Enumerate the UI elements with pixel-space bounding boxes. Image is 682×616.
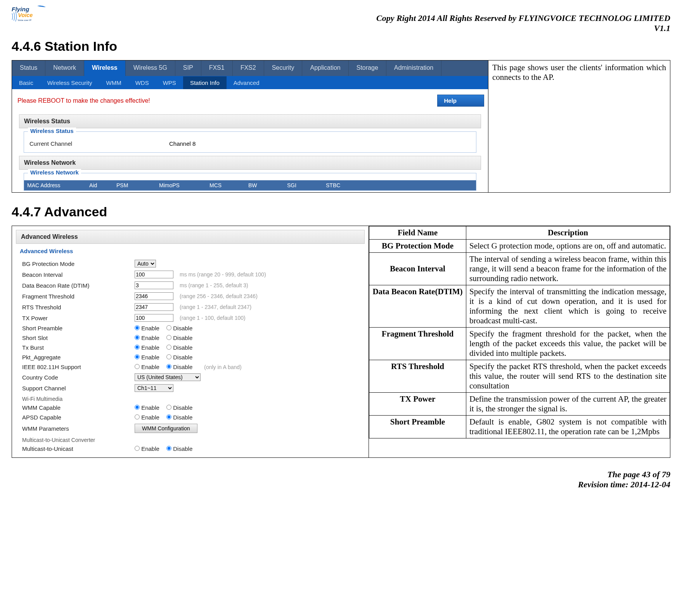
tab-fxs2[interactable]: FXS2 bbox=[233, 60, 264, 76]
lbl-fragment: Fragment Threshold bbox=[22, 293, 131, 300]
select-country-code[interactable]: US (United States) bbox=[135, 373, 201, 381]
tab-storage[interactable]: Storage bbox=[349, 60, 386, 76]
version-line: V1.1 bbox=[12, 23, 670, 33]
col-field-name: Field Name bbox=[369, 226, 466, 240]
lbl-rts: RTS Threshold bbox=[22, 304, 131, 311]
subtab-wds[interactable]: WDS bbox=[128, 76, 156, 89]
tab-administration[interactable]: Administration bbox=[386, 60, 441, 76]
lbl-txpower: TX Power bbox=[22, 315, 131, 321]
input-beacon-interval[interactable] bbox=[135, 271, 173, 278]
current-channel-row: Current Channel Channel 8 bbox=[29, 139, 471, 148]
col-mac: MAC Address bbox=[24, 180, 86, 190]
subtab-basic[interactable]: Basic bbox=[12, 76, 40, 89]
radio-sslot-disable[interactable]: Disable bbox=[166, 335, 192, 341]
station-info-screenshot: Status Network Wireless Wireless 5G SIP … bbox=[12, 60, 488, 192]
row-fragment: Fragment Threshold (range 256 - 2346, de… bbox=[16, 291, 365, 302]
legend-advanced-wireless: Advanced Wireless bbox=[20, 248, 365, 254]
tab-wireless5g[interactable]: Wireless 5G bbox=[126, 60, 175, 76]
legend-wireless-network: Wireless Network bbox=[28, 169, 81, 176]
section-heading-advanced: 4.4.7 Advanced bbox=[12, 204, 670, 219]
advanced-block: Advanced Wireless Advanced Wireless BG P… bbox=[12, 226, 670, 458]
footer-page: The page 43 of 79 bbox=[12, 469, 670, 480]
advanced-description-table: Field Name Description BG Protection Mod… bbox=[369, 226, 670, 457]
radio-pkta-disable[interactable]: Disable bbox=[166, 354, 192, 361]
radio-apsd-enable[interactable]: Enable bbox=[135, 414, 159, 421]
help-button[interactable]: Help bbox=[437, 95, 484, 107]
radio-apsd-disable[interactable]: Disable bbox=[166, 414, 192, 421]
radio-spre-enable[interactable]: Enable bbox=[135, 325, 159, 331]
radio-sslot-enable[interactable]: Enable bbox=[135, 335, 159, 341]
lbl-support-channel: Support Channel bbox=[22, 385, 131, 392]
subtab-wireless-security[interactable]: Wireless Security bbox=[40, 76, 99, 89]
svg-text:Voice over IP: Voice over IP bbox=[17, 19, 31, 21]
de-txp: Define the transmission power of the cur… bbox=[466, 393, 670, 416]
radio-spre-disable[interactable]: Disable bbox=[166, 325, 192, 331]
radio-80211h-disable[interactable]: Disable bbox=[166, 364, 192, 370]
col-psm: PSM bbox=[113, 180, 156, 190]
radio-mcuc-disable[interactable]: Disable bbox=[166, 445, 192, 452]
tab-sip[interactable]: SIP bbox=[175, 60, 201, 76]
col-aid: Aid bbox=[86, 180, 113, 190]
row-short-slot: Short Slot Enable Disable bbox=[16, 333, 365, 343]
fieldset-wireless-status: Wireless Status Current Channel Channel … bbox=[24, 131, 476, 153]
fn-bgprot: BG Protection Mode bbox=[369, 240, 466, 253]
reboot-warning: Please REBOOT to make the changes effect… bbox=[17, 97, 150, 104]
network-table-header: MAC Address Aid PSM MimoPS MCS BW SGI ST… bbox=[24, 180, 476, 190]
radio-mcuc-enable[interactable]: Enable bbox=[135, 445, 159, 452]
subtab-wmm[interactable]: WMM bbox=[99, 76, 128, 89]
row-bg-protection: BG Protection Mode Auto bbox=[16, 258, 365, 269]
wmm-configuration-button[interactable]: WMM Configuration bbox=[135, 424, 197, 433]
svg-text:Flying: Flying bbox=[12, 6, 29, 12]
row-80211h: IEEE 802.11H Support Enable Disable (onl… bbox=[16, 362, 365, 372]
panel-advanced-wireless-title: Advanced Wireless bbox=[16, 230, 365, 244]
tab-network[interactable]: Network bbox=[45, 60, 84, 76]
advanced-wireless-form: Advanced Wireless BG Protection Mode Aut… bbox=[16, 248, 365, 454]
advanced-screenshot: Advanced Wireless Advanced Wireless BG P… bbox=[12, 226, 369, 457]
input-txpower[interactable] bbox=[135, 314, 173, 322]
radio-txb-enable[interactable]: Enable bbox=[135, 344, 159, 351]
subtab-advanced[interactable]: Advanced bbox=[227, 76, 267, 89]
input-fragment[interactable] bbox=[135, 292, 173, 300]
fn-frag: Fragment Threshold bbox=[369, 328, 466, 360]
subtab-station-info[interactable]: Station Info bbox=[183, 76, 227, 89]
tab-application[interactable]: Application bbox=[302, 60, 348, 76]
tab-wireless[interactable]: Wireless bbox=[84, 60, 126, 76]
tab-security[interactable]: Security bbox=[264, 60, 303, 76]
legend-wireless-status: Wireless Status bbox=[28, 128, 76, 134]
radio-wmmc-disable[interactable]: Disable bbox=[166, 404, 192, 411]
hint-txpower: (range 1 - 100, default 100) bbox=[180, 315, 246, 321]
lbl-apsd-capable: APSD Capable bbox=[22, 414, 131, 421]
fn-dtim: Data Beacon Rate(DTIM) bbox=[369, 285, 466, 328]
select-support-channel[interactable]: Ch1~11 bbox=[135, 384, 173, 392]
row-wmm-parameters: WMM Parameters WMM Configuration bbox=[16, 422, 365, 435]
panel-wireless-status-title: Wireless Status bbox=[19, 114, 481, 128]
fieldset-wireless-network: Wireless Network MAC Address Aid PSM Mim… bbox=[24, 173, 476, 191]
fn-txp: TX Power bbox=[369, 393, 466, 416]
input-rts[interactable] bbox=[135, 303, 173, 311]
radio-wmmc-enable[interactable]: Enable bbox=[135, 404, 159, 411]
de-frag: Specify the fragment threshold for the p… bbox=[466, 328, 670, 360]
select-bg-protection[interactable]: Auto bbox=[135, 260, 156, 267]
station-info-block: Status Network Wireless Wireless 5G SIP … bbox=[12, 60, 670, 193]
lbl-dtim: Data Beacon Rate (DTIM) bbox=[22, 282, 131, 289]
main-tabs: Status Network Wireless Wireless 5G SIP … bbox=[12, 60, 488, 76]
radio-pkta-enable[interactable]: Enable bbox=[135, 354, 159, 361]
subtab-wps[interactable]: WPS bbox=[156, 76, 183, 89]
lbl-short-slot: Short Slot bbox=[22, 335, 131, 341]
current-channel-value: Channel 8 bbox=[169, 140, 196, 147]
tab-status[interactable]: Status bbox=[12, 60, 45, 76]
radio-80211h-enable[interactable]: Enable bbox=[135, 364, 159, 370]
doc-header: Copy Right 2014 All Rights Reserved by F… bbox=[12, 13, 670, 33]
row-pkt-aggregate: Pkt_Aggregate Enable Disable bbox=[16, 352, 365, 362]
col-bw: BW bbox=[245, 180, 284, 190]
de-rts: Specify the packet RTS threshold, when t… bbox=[466, 360, 670, 393]
de-dtim: Specify the interval of transmitting the… bbox=[466, 285, 670, 328]
radio-txb-disable[interactable]: Disable bbox=[166, 344, 192, 351]
section-heading-station-info: 4.4.6 Station Info bbox=[12, 39, 670, 54]
current-channel-label: Current Channel bbox=[29, 140, 107, 147]
input-dtim[interactable] bbox=[135, 281, 173, 289]
tab-fxs1[interactable]: FXS1 bbox=[201, 60, 233, 76]
hint-fragment: (range 256 - 2346, default 2346) bbox=[180, 293, 258, 299]
col-sgi: SGI bbox=[284, 180, 323, 190]
lbl-tx-burst: Tx Burst bbox=[22, 344, 131, 351]
